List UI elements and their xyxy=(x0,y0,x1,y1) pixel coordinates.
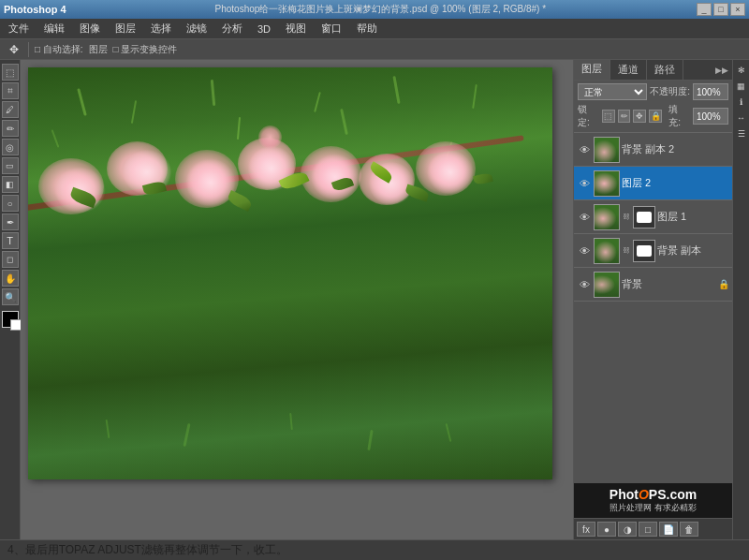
move-tool[interactable]: ✥ xyxy=(6,41,22,58)
blend-mode-select[interactable]: 正常 xyxy=(578,83,647,100)
layer-thumb xyxy=(594,170,620,197)
foreground-color[interactable] xyxy=(2,311,19,328)
layer-name: 背景 副本 xyxy=(657,243,729,258)
layer-lock-indicator: 🔒 xyxy=(718,279,729,289)
menu-filter[interactable]: 滤镜 xyxy=(182,22,212,36)
hand-tool[interactable]: ✋ xyxy=(2,270,19,287)
menu-bar: 文件 编辑 图像 图层 选择 滤镜 分析 3D 视图 窗口 帮助 xyxy=(0,19,749,39)
photo-canvas xyxy=(28,67,552,479)
layer-mask-thumb xyxy=(633,240,655,262)
layer-visibility-toggle[interactable]: 👁 xyxy=(577,210,592,225)
options-bar: ✥ □ 自动选择: 图层 □ 显示变换控件 xyxy=(0,39,749,60)
layer-thumb xyxy=(594,137,620,163)
stamp-tool[interactable]: ◎ xyxy=(2,139,19,155)
layer-chain-icon: ⛓ xyxy=(622,246,631,255)
add-mask-button[interactable]: ● xyxy=(597,522,616,537)
layer-panel-bottom: fx ● ◑ □ 📄 🗑 xyxy=(574,518,732,539)
layer-name: 图层 1 xyxy=(657,210,729,224)
left-toolbar: ⬚ ⌗ 🖊 ✏ ◎ ▭ ◧ ○ ✒ T ◻ ✋ 🔍 xyxy=(0,60,21,539)
eyedropper-tool[interactable]: 🖊 xyxy=(2,101,19,118)
right-tool-4[interactable]: ↔ xyxy=(735,111,748,125)
lock-position[interactable]: ✥ xyxy=(633,110,646,123)
option-auto-select: □ 自动选择: xyxy=(35,43,83,56)
far-right-toolbar: ✻ ▦ ℹ ↔ ☰ xyxy=(732,60,749,539)
menu-window[interactable]: 窗口 xyxy=(316,22,346,36)
layer-visibility-toggle[interactable]: 👁 xyxy=(577,277,592,292)
tab-channels[interactable]: 通道 xyxy=(610,60,647,80)
layers-tabs: 图层 通道 路径 ▶▶ xyxy=(574,60,732,81)
window-title: Photoshop给一张梅花图片换上斑斓梦幻的背景.psd @ 100% (图层… xyxy=(66,3,695,16)
menu-help[interactable]: 帮助 xyxy=(352,22,382,36)
close-button[interactable]: × xyxy=(730,3,745,16)
eraser-tool[interactable]: ▭ xyxy=(2,157,19,174)
watermark: PhotOPS.com 照片处理网 有求必精彩 xyxy=(574,483,732,518)
right-panel: 图层 通道 路径 ▶▶ 正常 不透明度: xyxy=(573,60,732,539)
menu-view[interactable]: 视图 xyxy=(281,22,311,36)
menu-file[interactable]: 文件 xyxy=(4,22,34,36)
menu-3d[interactable]: 3D xyxy=(253,23,275,35)
app-title: Photoshop 4 xyxy=(4,4,66,15)
minimize-button[interactable]: _ xyxy=(697,3,712,16)
fill-label: 填充: xyxy=(668,103,690,129)
layer-name: 背景 xyxy=(622,277,716,291)
crop-tool[interactable]: ⌗ xyxy=(2,82,19,99)
fill-input[interactable] xyxy=(693,108,728,125)
menu-select[interactable]: 选择 xyxy=(146,22,176,36)
panel-menu-icon[interactable]: ▶▶ xyxy=(712,60,732,80)
watermark-sub: 照片处理网 有求必精彩 xyxy=(580,502,727,514)
canvas-area[interactable]: 图层 通道 路径 ▶▶ 正常 不透明度: xyxy=(21,60,732,539)
right-tool-5[interactable]: ☰ xyxy=(735,127,748,140)
new-group-button[interactable]: □ xyxy=(639,522,657,537)
lock-label: 锁定: xyxy=(578,103,599,129)
layer-item[interactable]: 👁 ⛓ 图层 1 xyxy=(574,200,732,234)
layer-item-selected[interactable]: 👁 图层 2 xyxy=(574,167,732,200)
layer-name: 背景 副本 2 xyxy=(622,142,729,156)
shape-tool[interactable]: ◻ xyxy=(2,251,19,268)
menu-layer[interactable]: 图层 xyxy=(110,22,140,36)
maximize-button[interactable]: □ xyxy=(713,3,728,16)
lock-image[interactable]: ✏ xyxy=(618,110,631,123)
menu-edit[interactable]: 编辑 xyxy=(39,22,69,36)
layer-visibility-toggle[interactable]: 👁 xyxy=(577,243,592,258)
layer-name: 图层 2 xyxy=(622,176,729,190)
layer-list: 👁 背景 副本 2 👁 图层 2 👁 ⛓ xyxy=(574,133,732,483)
delete-layer-button[interactable]: 🗑 xyxy=(680,522,698,537)
status-bar: 4、最后用TOPAZ ADJUST滤镜再整体调节一下，收工。 xyxy=(0,539,749,560)
layer-item[interactable]: 👁 背景 副本 2 xyxy=(574,133,732,167)
layer-item[interactable]: 👁 ⛓ 背景 副本 xyxy=(574,234,732,268)
title-bar: Photoshop 4 Photoshop给一张梅花图片换上斑斓梦幻的背景.ps… xyxy=(0,0,749,19)
layer-visibility-toggle[interactable]: 👁 xyxy=(577,176,592,191)
option-layer: 图层 xyxy=(89,43,108,56)
layer-thumb xyxy=(594,272,620,298)
menu-image[interactable]: 图像 xyxy=(75,22,105,36)
gradient-tool[interactable]: ◧ xyxy=(2,176,19,193)
opacity-input[interactable] xyxy=(693,83,728,100)
pen-tool[interactable]: ✒ xyxy=(2,214,19,230)
new-adjustment-button[interactable]: ◑ xyxy=(618,522,637,537)
watermark-brand: PhotOPS.com xyxy=(580,487,727,502)
main-layout: ⬚ ⌗ 🖊 ✏ ◎ ▭ ◧ ○ ✒ T ◻ ✋ 🔍 xyxy=(0,60,749,539)
dodge-tool[interactable]: ○ xyxy=(2,195,19,212)
lock-all[interactable]: 🔒 xyxy=(649,110,662,123)
lock-transparent[interactable]: ⬚ xyxy=(602,110,615,123)
zoom-tool[interactable]: 🔍 xyxy=(2,288,19,305)
separator xyxy=(28,42,29,57)
status-text: 4、最后用TOPAZ ADJUST滤镜再整体调节一下，收工。 xyxy=(7,542,287,558)
layer-chain-icon: ⛓ xyxy=(622,213,631,221)
selection-tool[interactable]: ⬚ xyxy=(2,64,19,81)
tab-layers[interactable]: 图层 xyxy=(574,60,610,80)
new-layer-button[interactable]: 📄 xyxy=(659,522,678,537)
add-style-button[interactable]: fx xyxy=(577,522,595,537)
layer-thumb xyxy=(594,204,620,230)
right-tool-1[interactable]: ✻ xyxy=(735,64,748,77)
menu-analyze[interactable]: 分析 xyxy=(217,22,247,36)
right-tool-2[interactable]: ▦ xyxy=(735,80,748,93)
text-tool[interactable]: T xyxy=(2,232,19,249)
tab-paths[interactable]: 路径 xyxy=(647,60,683,80)
layer-visibility-toggle[interactable]: 👁 xyxy=(577,142,592,157)
brush-tool[interactable]: ✏ xyxy=(2,120,19,137)
option-show-transform: □ 显示变换控件 xyxy=(113,43,178,56)
right-tool-3[interactable]: ℹ xyxy=(735,96,748,109)
layer-controls: 正常 不透明度: 锁定: ⬚ ✏ ✥ 🔒 填充: xyxy=(574,81,732,133)
layer-item[interactable]: 👁 背景 🔒 xyxy=(574,268,732,302)
